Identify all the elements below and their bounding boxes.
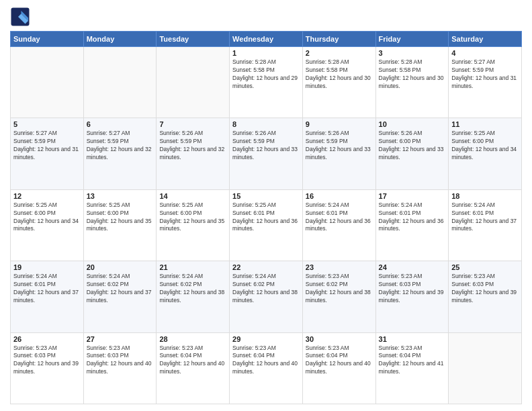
day-info: Sunrise: 5:25 AMSunset: 6:00 PMDaylight:… — [87, 201, 154, 234]
day-info: Sunrise: 5:23 AMSunset: 6:04 PMDaylight:… — [306, 345, 373, 377]
weekday-header-friday: Friday — [375, 32, 449, 47]
day-info: Sunrise: 5:24 AMSunset: 6:02 PMDaylight:… — [87, 273, 154, 305]
weekday-header-sunday: Sunday — [11, 32, 84, 47]
week-row-5: 26Sunrise: 5:23 AMSunset: 6:03 PMDayligh… — [11, 332, 522, 404]
day-number: 31 — [379, 335, 446, 343]
calendar-cell — [157, 47, 230, 118]
calendar-cell: 11Sunrise: 5:25 AMSunset: 6:00 PMDayligh… — [449, 118, 522, 189]
day-number: 26 — [13, 335, 81, 343]
week-row-1: 1Sunrise: 5:28 AMSunset: 5:58 PMDaylight… — [11, 47, 522, 118]
day-info: Sunrise: 5:23 AMSunset: 6:04 PMDaylight:… — [232, 345, 300, 377]
day-number: 11 — [451, 120, 519, 128]
calendar-cell: 30Sunrise: 5:23 AMSunset: 6:04 PMDayligh… — [302, 332, 375, 404]
calendar-cell — [449, 332, 522, 404]
weekday-header-monday: Monday — [83, 32, 157, 47]
day-number: 20 — [87, 263, 154, 271]
day-info: Sunrise: 5:27 AMSunset: 5:59 PMDaylight:… — [13, 130, 81, 162]
day-info: Sunrise: 5:25 AMSunset: 6:01 PMDaylight:… — [232, 201, 300, 234]
day-info: Sunrise: 5:23 AMSunset: 6:03 PMDaylight:… — [379, 273, 446, 305]
calendar-cell: 26Sunrise: 5:23 AMSunset: 6:03 PMDayligh… — [11, 332, 84, 404]
weekday-header-saturday: Saturday — [449, 32, 522, 47]
day-number: 15 — [232, 192, 300, 200]
calendar-cell: 4Sunrise: 5:27 AMSunset: 5:59 PMDaylight… — [449, 47, 522, 118]
calendar-table: SundayMondayTuesdayWednesdayThursdayFrid… — [10, 31, 522, 404]
calendar-cell: 16Sunrise: 5:24 AMSunset: 6:01 PMDayligh… — [302, 189, 375, 261]
calendar-cell: 28Sunrise: 5:23 AMSunset: 6:04 PMDayligh… — [157, 332, 230, 404]
day-info: Sunrise: 5:26 AMSunset: 6:00 PMDaylight:… — [379, 130, 446, 162]
page: SundayMondayTuesdayWednesdayThursdayFrid… — [0, 0, 532, 411]
calendar-cell: 23Sunrise: 5:23 AMSunset: 6:02 PMDayligh… — [302, 261, 375, 332]
day-info: Sunrise: 5:27 AMSunset: 5:59 PMDaylight:… — [451, 58, 519, 91]
calendar-cell: 7Sunrise: 5:26 AMSunset: 5:59 PMDaylight… — [157, 118, 230, 189]
calendar-cell: 9Sunrise: 5:26 AMSunset: 5:59 PMDaylight… — [302, 118, 375, 189]
calendar-cell — [11, 47, 84, 118]
day-number: 5 — [13, 120, 81, 128]
calendar-cell: 14Sunrise: 5:25 AMSunset: 6:00 PMDayligh… — [157, 189, 230, 261]
day-number: 14 — [159, 192, 226, 200]
day-number: 12 — [13, 192, 81, 200]
day-info: Sunrise: 5:28 AMSunset: 5:58 PMDaylight:… — [306, 58, 373, 91]
calendar-cell: 15Sunrise: 5:25 AMSunset: 6:01 PMDayligh… — [230, 189, 303, 261]
day-info: Sunrise: 5:24 AMSunset: 6:01 PMDaylight:… — [451, 201, 519, 234]
calendar-cell: 3Sunrise: 5:28 AMSunset: 5:58 PMDaylight… — [375, 47, 449, 118]
day-info: Sunrise: 5:24 AMSunset: 6:02 PMDaylight:… — [232, 273, 300, 305]
day-number: 17 — [379, 192, 446, 200]
calendar-cell: 31Sunrise: 5:23 AMSunset: 6:04 PMDayligh… — [375, 332, 449, 404]
week-row-3: 12Sunrise: 5:25 AMSunset: 6:00 PMDayligh… — [11, 189, 522, 261]
weekday-header-row: SundayMondayTuesdayWednesdayThursdayFrid… — [11, 32, 522, 47]
day-info: Sunrise: 5:27 AMSunset: 5:59 PMDaylight:… — [87, 130, 154, 162]
day-number: 7 — [159, 120, 226, 128]
calendar-cell: 20Sunrise: 5:24 AMSunset: 6:02 PMDayligh… — [83, 261, 157, 332]
day-info: Sunrise: 5:26 AMSunset: 5:59 PMDaylight:… — [306, 130, 373, 162]
calendar-cell — [83, 47, 157, 118]
day-number: 29 — [232, 335, 300, 343]
weekday-header-wednesday: Wednesday — [230, 32, 303, 47]
calendar-cell: 18Sunrise: 5:24 AMSunset: 6:01 PMDayligh… — [449, 189, 522, 261]
calendar-cell: 10Sunrise: 5:26 AMSunset: 6:00 PMDayligh… — [375, 118, 449, 189]
day-number: 25 — [451, 263, 519, 271]
day-number: 22 — [232, 263, 300, 271]
day-info: Sunrise: 5:25 AMSunset: 6:00 PMDaylight:… — [13, 201, 81, 234]
calendar-cell: 22Sunrise: 5:24 AMSunset: 6:02 PMDayligh… — [230, 261, 303, 332]
day-info: Sunrise: 5:23 AMSunset: 6:04 PMDaylight:… — [159, 345, 226, 377]
week-row-2: 5Sunrise: 5:27 AMSunset: 5:59 PMDaylight… — [11, 118, 522, 189]
day-number: 2 — [306, 49, 373, 57]
day-info: Sunrise: 5:25 AMSunset: 6:00 PMDaylight:… — [451, 130, 519, 162]
header — [10, 7, 522, 27]
day-number: 19 — [13, 263, 81, 271]
day-info: Sunrise: 5:28 AMSunset: 5:58 PMDaylight:… — [232, 58, 300, 91]
week-row-4: 19Sunrise: 5:24 AMSunset: 6:01 PMDayligh… — [11, 261, 522, 332]
day-number: 8 — [232, 120, 300, 128]
day-number: 9 — [306, 120, 373, 128]
day-number: 27 — [87, 335, 154, 343]
logo-icon — [10, 7, 30, 27]
day-info: Sunrise: 5:24 AMSunset: 6:01 PMDaylight:… — [379, 201, 446, 234]
calendar-cell: 1Sunrise: 5:28 AMSunset: 5:58 PMDaylight… — [230, 47, 303, 118]
day-info: Sunrise: 5:24 AMSunset: 6:01 PMDaylight:… — [306, 201, 373, 234]
day-info: Sunrise: 5:26 AMSunset: 5:59 PMDaylight:… — [232, 130, 300, 162]
calendar-cell: 24Sunrise: 5:23 AMSunset: 6:03 PMDayligh… — [375, 261, 449, 332]
calendar-cell: 27Sunrise: 5:23 AMSunset: 6:03 PMDayligh… — [83, 332, 157, 404]
logo — [10, 7, 33, 27]
day-info: Sunrise: 5:25 AMSunset: 6:00 PMDaylight:… — [159, 201, 226, 234]
calendar-cell: 21Sunrise: 5:24 AMSunset: 6:02 PMDayligh… — [157, 261, 230, 332]
day-info: Sunrise: 5:24 AMSunset: 6:01 PMDaylight:… — [13, 273, 81, 305]
day-info: Sunrise: 5:23 AMSunset: 6:03 PMDaylight:… — [451, 273, 519, 305]
day-number: 21 — [159, 263, 226, 271]
weekday-header-thursday: Thursday — [302, 32, 375, 47]
day-number: 3 — [379, 49, 446, 57]
calendar-cell: 13Sunrise: 5:25 AMSunset: 6:00 PMDayligh… — [83, 189, 157, 261]
day-info: Sunrise: 5:24 AMSunset: 6:02 PMDaylight:… — [159, 273, 226, 305]
day-info: Sunrise: 5:23 AMSunset: 6:04 PMDaylight:… — [379, 345, 446, 377]
calendar-cell: 25Sunrise: 5:23 AMSunset: 6:03 PMDayligh… — [449, 261, 522, 332]
calendar-cell: 5Sunrise: 5:27 AMSunset: 5:59 PMDaylight… — [11, 118, 84, 189]
calendar-cell: 8Sunrise: 5:26 AMSunset: 5:59 PMDaylight… — [230, 118, 303, 189]
calendar-cell: 19Sunrise: 5:24 AMSunset: 6:01 PMDayligh… — [11, 261, 84, 332]
day-number: 4 — [451, 49, 519, 57]
day-info: Sunrise: 5:23 AMSunset: 6:03 PMDaylight:… — [87, 345, 154, 377]
day-info: Sunrise: 5:28 AMSunset: 5:58 PMDaylight:… — [379, 58, 446, 91]
day-number: 1 — [232, 49, 300, 57]
weekday-header-tuesday: Tuesday — [157, 32, 230, 47]
calendar-cell: 6Sunrise: 5:27 AMSunset: 5:59 PMDaylight… — [83, 118, 157, 189]
day-number: 6 — [87, 120, 154, 128]
